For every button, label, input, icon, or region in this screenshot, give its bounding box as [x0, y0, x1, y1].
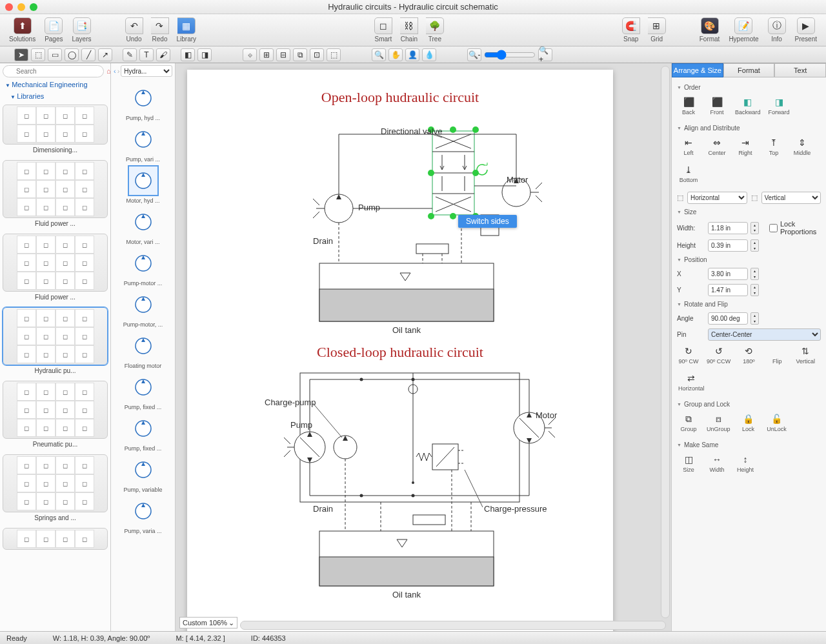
section-align[interactable]: Align and Distribute — [677, 122, 821, 134]
y-stepper[interactable]: ▴▾ — [750, 284, 759, 296]
height-input[interactable] — [708, 239, 748, 252]
vertical-scrollbar[interactable] — [661, 66, 670, 618]
minimize-icon[interactable] — [17, 3, 25, 11]
misc-tool-1[interactable]: ◧ — [181, 48, 195, 61]
shape-icon[interactable] — [128, 454, 159, 485]
arrow-tool[interactable]: ↗ — [98, 48, 112, 61]
group-button[interactable]: ⧉Group — [678, 413, 699, 432]
rotate-ccw-button[interactable]: ↺90º CCW — [707, 345, 730, 365]
section-order[interactable]: Order — [677, 81, 821, 94]
library-group[interactable]: ◻◻◻◻◻◻◻◻Dimensioning... — [3, 105, 108, 154]
align-bottom-button[interactable]: ⤓Bottom — [678, 164, 699, 183]
distribute-h-select[interactable]: Horizontal — [687, 192, 747, 204]
eyedrop-tool[interactable]: 💧 — [422, 48, 436, 61]
canvas-page[interactable]: Open-loop hudraulic circuit Directional … — [187, 70, 613, 631]
section-position[interactable]: Position — [677, 254, 821, 266]
distribute-v-select[interactable]: Vertical — [761, 192, 821, 204]
x-stepper[interactable]: ▴▾ — [750, 268, 759, 280]
grid-button[interactable]: ⊞Grid — [644, 16, 670, 44]
library-group[interactable]: ◻◻◻◻◻◻◻◻◻◻◻◻Fluid power ... — [3, 234, 108, 301]
section-rotate[interactable]: Rotate and Flip — [677, 298, 821, 310]
hypernote-button[interactable]: 📝Hypernote — [725, 16, 762, 44]
shapes-dropdown[interactable]: Hydra... — [121, 65, 172, 77]
shape-icon[interactable] — [128, 289, 159, 320]
align-tool-3[interactable]: ⊟ — [276, 48, 290, 61]
align-middle-button[interactable]: ⇕Middle — [792, 137, 812, 156]
search-input[interactable] — [3, 65, 104, 77]
nav-back-icon[interactable]: ‹ — [114, 67, 116, 75]
width-input[interactable] — [708, 222, 748, 234]
brush-tool[interactable]: 🖌 — [156, 48, 170, 61]
redo-button[interactable]: ↷Redo — [147, 16, 173, 44]
undo-button[interactable]: ↶Undo — [121, 16, 147, 44]
tree-button[interactable]: 🌳Tree — [422, 16, 448, 44]
nav-fwd-icon[interactable]: › — [117, 67, 120, 75]
shape-item[interactable]: Pump, fixed ... — [125, 413, 161, 452]
align-tool-5[interactable]: ⊡ — [310, 48, 324, 61]
shape-item[interactable]: Motor, hyd ... — [125, 165, 161, 204]
pointer-tool[interactable]: ➤ — [14, 48, 28, 61]
zoom-display[interactable]: Custom 106%⌄ — [179, 617, 237, 629]
hand-tool[interactable]: ✋ — [388, 48, 403, 61]
zoom-slider[interactable] — [484, 50, 536, 60]
order-backward-button[interactable]: ◧Backward — [735, 96, 761, 116]
same-width-button[interactable]: ↔Width — [707, 454, 727, 473]
order-back-button[interactable]: ⬛Back — [678, 96, 699, 116]
format-button[interactable]: 🎨Format — [696, 16, 724, 44]
align-center-button[interactable]: ⇔Center — [707, 137, 727, 156]
text-tool[interactable]: T — [139, 48, 154, 61]
x-input[interactable] — [708, 268, 748, 280]
zoom-tool[interactable]: 🔍 — [372, 48, 386, 61]
shape-icon[interactable] — [128, 413, 159, 444]
close-icon[interactable] — [5, 3, 13, 11]
align-top-button[interactable]: ⤒Top — [763, 137, 784, 156]
info-button[interactable]: ⓘInfo — [764, 16, 790, 44]
shape-icon[interactable] — [128, 83, 159, 114]
tab-arrange[interactable]: Arrange & Size — [672, 63, 723, 77]
align-tool-6[interactable]: ⬚ — [327, 48, 341, 61]
shape-item[interactable]: Pump, fixed ... — [125, 372, 161, 410]
align-tool-2[interactable]: ⊞ — [259, 48, 274, 61]
library-group[interactable]: ◻◻◻◻◻◻◻◻◻◻◻◻Pneumatic pu... — [3, 381, 108, 448]
shape-item[interactable]: Floating motor — [125, 330, 161, 369]
lock-proportions-checkbox[interactable] — [769, 224, 778, 232]
layers-button[interactable]: 📑Layers — [68, 16, 96, 44]
order-front-button[interactable]: ⬛Front — [707, 96, 727, 116]
same-height-button[interactable]: ↕Height — [735, 454, 756, 473]
snap-button[interactable]: 🧲Snap — [618, 16, 644, 44]
zoom-out-button[interactable]: 🔍- — [467, 48, 481, 61]
tab-format[interactable]: Format — [723, 63, 775, 77]
solutions-button[interactable]: ⬆Solutions — [5, 16, 39, 44]
shape-item[interactable]: Pump, vari ... — [125, 124, 161, 163]
unlock-button[interactable]: 🔓UnLock — [767, 413, 787, 432]
ellipse-tool[interactable]: ◯ — [65, 48, 79, 61]
order-forward-button[interactable]: ◨Forward — [769, 96, 790, 116]
align-right-button[interactable]: ⇥Right — [735, 137, 756, 156]
shape-icon[interactable] — [128, 248, 159, 279]
same-size-button[interactable]: ◫Size — [678, 454, 699, 473]
shape-item[interactable]: Pump-motor ... — [125, 248, 161, 287]
select-tool[interactable]: ⬚ — [31, 48, 45, 61]
maximize-icon[interactable] — [30, 3, 37, 11]
align-tool-4[interactable]: ⧉ — [293, 48, 307, 61]
section-makesame[interactable]: Make Same — [677, 439, 821, 451]
shape-item[interactable]: Pump, hyd ... — [125, 83, 161, 121]
flip-h-button[interactable]: ⇄Horizontal — [678, 372, 705, 392]
ungroup-button[interactable]: ⧈UnGroup — [707, 413, 730, 432]
tree-root[interactable]: Mechanical Engineering — [0, 79, 110, 90]
align-tool-1[interactable]: ⟐ — [243, 48, 257, 61]
angle-stepper[interactable]: ▴▾ — [750, 312, 759, 325]
shape-icon[interactable] — [128, 124, 159, 155]
flip-v-button[interactable]: ⇅Vertical — [795, 345, 816, 365]
smart-button[interactable]: ◻Smart — [370, 16, 396, 44]
tree-libraries[interactable]: Libraries — [0, 90, 110, 102]
zoom-in-button[interactable]: 🔍+ — [538, 48, 552, 61]
shape-item[interactable]: Pump-motor, ... — [125, 289, 161, 328]
library-button[interactable]: ▦Library — [173, 16, 201, 44]
rotate-180-button[interactable]: ⟲180º — [738, 345, 759, 365]
lock-button[interactable]: 🔒Lock — [738, 413, 759, 432]
pages-button[interactable]: 📄Pages — [41, 16, 66, 44]
library-group[interactable]: ◻◻◻◻◻◻◻◻◻◻◻◻Hydraulic pu... — [3, 307, 108, 374]
present-button[interactable]: ▶Present — [791, 16, 821, 44]
chain-button[interactable]: ⛓Chain — [396, 16, 422, 44]
